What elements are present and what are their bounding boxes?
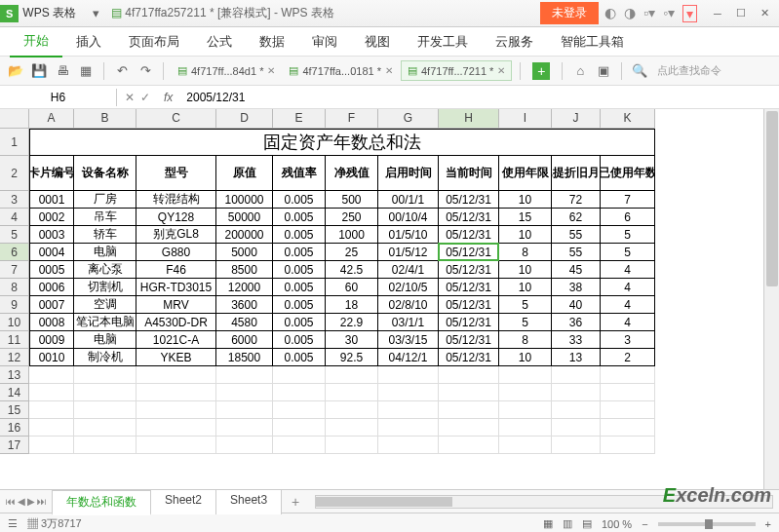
cell[interactable]: 04/12/1	[378, 349, 439, 366]
row-header-4[interactable]: 4	[0, 209, 29, 226]
zoom-in-icon[interactable]: +	[765, 518, 771, 530]
cell[interactable]: 4580	[216, 314, 273, 331]
cell[interactable]: 0.005	[273, 314, 326, 331]
add-sheet-button[interactable]: +	[282, 491, 309, 513]
cell[interactable]: 笔记本电脑	[74, 314, 136, 331]
cell[interactable]: 0.005	[273, 279, 326, 296]
cell[interactable]: 05/12/31	[439, 226, 499, 244]
formula-input[interactable]	[178, 89, 779, 106]
cell[interactable]: 38	[552, 279, 601, 296]
minimize-button[interactable]: ─	[707, 5, 728, 22]
cell[interactable]: 0.005	[273, 349, 326, 366]
cell[interactable]	[552, 384, 601, 401]
row-header-11[interactable]: 11	[0, 331, 29, 349]
cell[interactable]: 0003	[29, 226, 74, 244]
spreadsheet[interactable]: ABCDEFGHIJK 1234567891011121314151617 固定…	[0, 109, 779, 489]
cell[interactable]	[439, 384, 499, 401]
save-icon[interactable]: 💾	[29, 61, 49, 81]
cell[interactable]	[439, 366, 499, 384]
col-header-G[interactable]: G	[378, 109, 439, 129]
fx-label[interactable]: fx	[158, 91, 178, 104]
cell[interactable]: 100000	[216, 191, 273, 209]
cell[interactable]	[273, 366, 326, 384]
cell[interactable]	[378, 366, 439, 384]
row-header-7[interactable]: 7	[0, 261, 29, 279]
zoom-value[interactable]: 100 %	[602, 518, 632, 530]
cell[interactable]: 33	[552, 331, 601, 349]
undo-icon[interactable]: ↶	[112, 61, 132, 81]
cell[interactable]: 0.005	[273, 226, 326, 244]
cell[interactable]	[273, 419, 326, 437]
cell[interactable]: A4530D-DR	[136, 314, 216, 331]
menu-开发工具[interactable]: 开发工具	[404, 27, 482, 57]
col-header-K[interactable]: K	[601, 109, 655, 129]
cell[interactable]	[601, 437, 655, 454]
cell[interactable]: 4	[601, 314, 655, 331]
sheet-tab-Sheet3[interactable]: Sheet3	[215, 489, 282, 514]
menu-智能工具箱[interactable]: 智能工具箱	[547, 27, 638, 57]
cell[interactable]: 55	[552, 226, 601, 244]
row-header-13[interactable]: 13	[0, 366, 29, 384]
cell[interactable]: 7	[601, 191, 655, 209]
cell[interactable]: 轿车	[74, 226, 136, 244]
cell[interactable]: 6	[601, 209, 655, 226]
cell[interactable]: 45	[552, 261, 601, 279]
col-header-F[interactable]: F	[326, 109, 378, 129]
cell[interactable]: 0002	[29, 209, 74, 226]
cell[interactable]: 4	[601, 296, 655, 314]
view-layout-icon[interactable]: ▥	[563, 517, 572, 530]
cell[interactable]: 3600	[216, 296, 273, 314]
cell[interactable]: 吊车	[74, 209, 136, 226]
cell[interactable]: 250	[326, 209, 378, 226]
cell[interactable]: 型号	[136, 156, 216, 191]
tool-icon[interactable]: ▫▾	[643, 5, 655, 22]
login-button[interactable]: 未登录	[540, 2, 599, 24]
cell[interactable]: 18500	[216, 349, 273, 366]
row-header-10[interactable]: 10	[0, 314, 29, 331]
cell[interactable]: 00/1/1	[378, 191, 439, 209]
cell[interactable]: 03/1/1	[378, 314, 439, 331]
cell[interactable]	[29, 437, 74, 454]
cell[interactable]: 10	[499, 279, 552, 296]
cell[interactable]: 42.5	[326, 261, 378, 279]
row-header-8[interactable]: 8	[0, 279, 29, 296]
view-break-icon[interactable]: ▤	[582, 517, 592, 530]
cell[interactable]: 05/12/31	[439, 296, 499, 314]
cell[interactable]	[601, 401, 655, 419]
cell[interactable]: 1021C-A	[136, 331, 216, 349]
doc-tab[interactable]: ▤4f717ff...84d1 *✕	[172, 60, 281, 81]
scroll-thumb[interactable]	[766, 111, 778, 286]
cell[interactable]: 0005	[29, 261, 74, 279]
row-header-6[interactable]: 6	[0, 244, 29, 261]
cell[interactable]	[136, 366, 216, 384]
cell[interactable]: 0.005	[273, 331, 326, 349]
cell[interactable]: 12000	[216, 279, 273, 296]
cell[interactable]: 当前时间	[439, 156, 499, 191]
cell[interactable]	[499, 437, 552, 454]
cell[interactable]	[216, 419, 273, 437]
row-header-3[interactable]: 3	[0, 191, 29, 209]
cell[interactable]: 固定资产年数总和法	[29, 129, 655, 156]
cell[interactable]	[216, 384, 273, 401]
col-header-I[interactable]: I	[499, 109, 552, 129]
cell[interactable]	[136, 401, 216, 419]
cell[interactable]: 02/8/10	[378, 296, 439, 314]
cell[interactable]: 0.005	[273, 209, 326, 226]
cell[interactable]: 使用年限	[499, 156, 552, 191]
cell[interactable]: 25	[326, 244, 378, 261]
cell[interactable]: 13	[552, 349, 601, 366]
dropdown-icon[interactable]: ▾	[86, 4, 105, 23]
cell[interactable]: 0001	[29, 191, 74, 209]
cell[interactable]	[136, 437, 216, 454]
cell[interactable]	[273, 437, 326, 454]
row-header-2[interactable]: 2	[0, 156, 29, 191]
cell[interactable]	[378, 419, 439, 437]
zoom-slider[interactable]	[658, 522, 756, 526]
cell[interactable]: 别克GL8	[136, 226, 216, 244]
scroll-thumb[interactable]	[316, 497, 452, 507]
cell[interactable]: 50000	[216, 209, 273, 226]
row-header-9[interactable]: 9	[0, 296, 29, 314]
col-header-B[interactable]: B	[74, 109, 136, 129]
cell[interactable]: 30	[326, 331, 378, 349]
cell[interactable]	[326, 437, 378, 454]
